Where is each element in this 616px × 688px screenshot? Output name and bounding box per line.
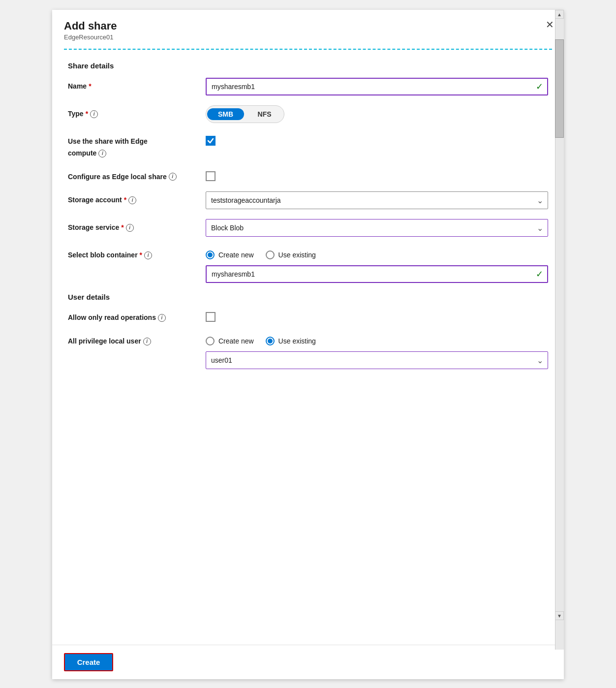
local-user-row: All privilege local user i Create new Us… [68,333,548,369]
edge-compute-label-line2: compute i [68,149,106,158]
blob-container-label: Select blob container * i [68,247,206,260]
read-only-checkbox-wrapper [206,309,548,322]
read-only-control [206,309,548,322]
edge-compute-control [206,133,548,146]
name-check-icon: ✓ [536,81,543,92]
read-only-info-icon[interactable]: i [158,314,166,322]
local-user-create-new-label: Create new [218,337,254,345]
storage-service-row: Storage service * i Block Blob ⌄ [68,219,548,237]
blob-container-required-star: * [140,250,142,260]
name-input[interactable] [206,78,548,95]
edge-compute-info-icon[interactable]: i [98,150,106,157]
type-row: Type * i SMB NFS [68,105,548,123]
storage-service-label: Storage service * i [68,219,206,233]
panel-subtitle: EdgeResource01 [64,33,552,41]
close-icon[interactable]: ✕ [546,20,554,30]
blob-create-new-radio[interactable] [206,250,215,259]
blob-use-existing-radio[interactable] [266,250,275,259]
read-only-label: Allow only read operations i [68,309,206,323]
local-user-create-new-radio[interactable] [206,337,215,345]
name-control-area: ✓ [206,78,548,95]
panel-body: Share details Name * ✓ Type * i [52,50,564,645]
storage-account-control: teststorageaccountarja ⌄ [206,191,548,209]
create-button[interactable]: Create [64,653,113,671]
blob-use-existing-label: Use existing [278,251,316,259]
name-row: Name * ✓ [68,78,548,95]
blob-input-wrapper: ✓ [206,265,548,283]
edge-local-checkbox[interactable] [206,171,216,181]
smb-option[interactable]: SMB [207,108,244,120]
storage-service-control: Block Blob ⌄ [206,219,548,237]
edge-compute-checkbox-wrapper [206,133,548,146]
scrollbar-down-arrow[interactable]: ▼ [555,611,564,620]
read-only-checkbox[interactable] [206,312,216,322]
edge-compute-row: Use the share with Edge compute i [68,133,548,158]
local-user-radio-group: Create new Use existing [206,333,548,345]
panel-footer: Create [52,645,564,679]
name-input-wrapper: ✓ [206,78,548,95]
local-user-use-existing-option[interactable]: Use existing [266,337,316,345]
scrollbar-track: ▲ ▼ [555,10,564,650]
blob-container-input[interactable] [206,265,548,283]
type-toggle[interactable]: SMB NFS [206,105,284,123]
local-user-input-row: user01 ⌄ [206,351,548,369]
local-user-select-wrapper: user01 ⌄ [206,351,548,369]
user-details-section-title: User details [68,293,548,301]
storage-account-required-star: * [124,195,126,205]
nfs-option[interactable]: NFS [245,107,284,121]
type-required-star: * [86,109,88,119]
name-label: Name * [68,78,206,92]
blob-create-new-label: Create new [218,251,254,259]
edge-local-control [206,168,548,181]
edge-local-info-icon[interactable]: i [169,173,177,181]
blob-container-info-icon[interactable]: i [144,251,152,259]
local-user-control: Create new Use existing user01 ⌄ [206,333,548,369]
checkmark-icon [207,137,214,144]
storage-account-select-wrapper: teststorageaccountarja ⌄ [206,191,548,209]
blob-check-icon: ✓ [536,269,543,280]
edge-compute-checkbox[interactable] [206,136,216,146]
blob-input-row: ✓ [206,265,548,283]
storage-service-required-star: * [121,223,123,233]
storage-account-row: Storage account * i teststorageaccountar… [68,191,548,209]
storage-account-select[interactable]: teststorageaccountarja [206,191,548,209]
local-user-use-existing-label: Use existing [278,337,316,345]
blob-use-existing-option[interactable]: Use existing [266,250,316,259]
storage-account-info-icon[interactable]: i [128,196,136,204]
type-control-area: SMB NFS [206,105,548,123]
local-user-label: All privilege local user i [68,333,206,346]
panel-header: Add share EdgeResource01 ✕ [52,10,564,50]
type-label: Type * i [68,105,206,119]
blob-container-row: Select blob container * i Create new Use… [68,247,548,283]
type-info-icon[interactable]: i [90,110,98,118]
blob-create-new-option[interactable]: Create new [206,250,254,259]
local-user-use-existing-radio[interactable] [266,337,275,345]
add-share-panel: Add share EdgeResource01 ✕ ▲ ▼ Share det… [52,10,564,679]
scrollbar-up-arrow[interactable]: ▲ [555,10,564,19]
edge-local-row: Configure as Edge local share i [68,168,548,182]
storage-service-info-icon[interactable]: i [126,224,134,232]
blob-container-control: Create new Use existing ✓ [206,247,548,283]
edge-local-label: Configure as Edge local share i [68,168,206,182]
local-user-info-icon[interactable]: i [143,338,151,345]
name-required-star: * [89,82,91,92]
read-only-row: Allow only read operations i [68,309,548,323]
storage-service-select-wrapper: Block Blob ⌄ [206,219,548,237]
edge-local-checkbox-wrapper [206,168,548,181]
share-details-section-title: Share details [68,62,548,70]
edge-compute-label-line1: Use the share with Edge [68,137,148,147]
local-user-create-new-option[interactable]: Create new [206,337,254,345]
blob-container-radio-group: Create new Use existing [206,247,548,259]
panel-title: Add share [64,20,552,32]
edge-compute-label: Use the share with Edge compute i [68,133,206,158]
storage-account-label: Storage account * i [68,191,206,205]
local-user-select[interactable]: user01 [206,351,548,369]
header-divider [64,49,552,50]
scrollbar-thumb[interactable] [555,39,564,138]
storage-service-select[interactable]: Block Blob [206,219,548,237]
